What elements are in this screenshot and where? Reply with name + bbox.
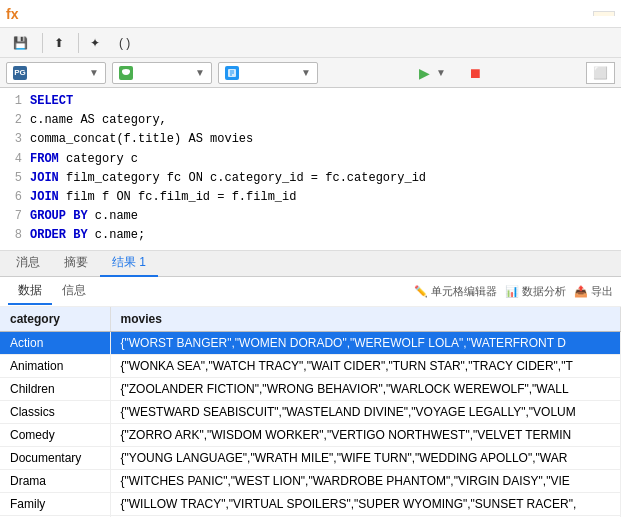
sql-text: FROM category c xyxy=(30,150,138,169)
db-type-select[interactable]: PG ▼ xyxy=(6,62,106,84)
category-cell: Classics xyxy=(0,400,110,423)
query-tab[interactable] xyxy=(593,11,615,16)
edit-action-button[interactable]: ✏️单元格编辑器 xyxy=(414,284,497,299)
result-toolbar: 数据信息✏️单元格编辑器📊数据分析📤导出 xyxy=(0,277,621,307)
save-button[interactable]: 💾 xyxy=(6,33,38,53)
toolbar-separator xyxy=(42,33,43,53)
query-tool-button[interactable]: ⬆ xyxy=(47,33,74,53)
schema-select[interactable]: ▼ xyxy=(218,62,318,84)
line-number: 8 xyxy=(0,226,30,245)
run-button[interactable]: ▶ ▼ xyxy=(411,62,454,84)
sql-line: 3 comma_concat(f.title) AS movies xyxy=(0,130,621,149)
column-header-category[interactable]: category xyxy=(0,307,110,332)
category-cell: Family xyxy=(0,492,110,515)
sql-editor[interactable]: 1SELECT2 c.name AS category,3 comma_conc… xyxy=(0,88,621,251)
schema-icon xyxy=(225,66,239,80)
category-cell: Comedy xyxy=(0,423,110,446)
chart-label: 数据分析 xyxy=(522,284,566,299)
query-tool-icon: ⬆ xyxy=(54,36,64,50)
line-number: 5 xyxy=(0,169,30,188)
sql-line: 5JOIN film_category fc ON c.category_id … xyxy=(0,169,621,188)
table-row[interactable]: Family{"WILLOW TRACY","VIRTUAL SPOILERS"… xyxy=(0,492,621,515)
table-row[interactable]: Classics{"WESTWARD SEABISCUIT","WASTELAN… xyxy=(0,400,621,423)
sql-line: 6JOIN film f ON fc.film_id = f.film_id xyxy=(0,188,621,207)
result-tabs: 数据信息 xyxy=(8,278,96,305)
chevron-down-icon-2: ▼ xyxy=(195,67,205,78)
movies-cell: {"WILLOW TRACY","VIRTUAL SPOILERS","SUPE… xyxy=(110,492,621,515)
export-label: 导出 xyxy=(591,284,613,299)
line-number: 2 xyxy=(0,111,30,130)
movies-cell: {"WONKA SEA","WATCH TRACY","WAIT CIDER",… xyxy=(110,354,621,377)
sql-line: 4FROM category c xyxy=(0,150,621,169)
line-number: 4 xyxy=(0,150,30,169)
table-row[interactable]: Animation{"WONKA SEA","WATCH TRACY","WAI… xyxy=(0,354,621,377)
sql-line: 2 c.name AS category, xyxy=(0,111,621,130)
result-actions: ✏️单元格编辑器📊数据分析📤导出 xyxy=(414,284,613,299)
movies-cell: {"WORST BANGER","WOMEN DORADO","WEREWOLF… xyxy=(110,331,621,354)
table-row[interactable]: Documentary{"YOUNG LANGUAGE","WRATH MILE… xyxy=(0,446,621,469)
sql-text: SELECT xyxy=(30,92,73,111)
chevron-down-icon: ▼ xyxy=(89,67,99,78)
database-select[interactable]: ▼ xyxy=(112,62,212,84)
save-icon: 💾 xyxy=(13,36,28,50)
chevron-down-icon-3: ▼ xyxy=(301,67,311,78)
bottom-tab[interactable]: 结果 1 xyxy=(100,250,158,277)
movies-cell: {"WITCHES PANIC","WEST LION","WARDROBE P… xyxy=(110,469,621,492)
table-row[interactable]: Children{"ZOOLANDER FICTION","WRONG BEHA… xyxy=(0,377,621,400)
sql-text: GROUP BY c.name xyxy=(30,207,138,226)
sql-text: JOIN film_category fc ON c.category_id =… xyxy=(30,169,426,188)
toolbar: 💾 ⬆ ✦ ( ) xyxy=(0,28,621,58)
sql-text: JOIN film f ON fc.film_id = f.film_id xyxy=(30,188,296,207)
movies-cell: {"ZOOLANDER FICTION","WRONG BEHAVIOR","W… xyxy=(110,377,621,400)
result-table: categorymovies Action{"WORST BANGER","WO… xyxy=(0,307,621,518)
movies-cell: {"YOUNG LANGUAGE","WRATH MILE","WIFE TUR… xyxy=(110,446,621,469)
function-icon: fx xyxy=(6,6,18,22)
export-action-button[interactable]: 📤导出 xyxy=(574,284,613,299)
connection-bar: PG ▼ ▼ ▼ ▶ ▼ ⏹ ⬜ xyxy=(0,58,621,88)
edit-label: 单元格编辑器 xyxy=(431,284,497,299)
beautify-button[interactable]: ✦ xyxy=(83,33,110,53)
column-header-movies[interactable]: movies xyxy=(110,307,621,332)
postgresql-icon: PG xyxy=(13,66,27,80)
chart-action-button[interactable]: 📊数据分析 xyxy=(505,284,566,299)
table-row[interactable]: Action{"WORST BANGER","WOMEN DORADO","WE… xyxy=(0,331,621,354)
line-number: 3 xyxy=(0,130,30,149)
data-table-container: categorymovies Action{"WORST BANGER","WO… xyxy=(0,307,621,518)
table-row[interactable]: Drama{"WITCHES PANIC","WEST LION","WARDR… xyxy=(0,469,621,492)
database-icon xyxy=(119,66,133,80)
chart-icon: 📊 xyxy=(505,285,519,298)
sql-line: 7GROUP BY c.name xyxy=(0,207,621,226)
line-number: 7 xyxy=(0,207,30,226)
export-icon: 📤 xyxy=(574,285,588,298)
code-icon: ( ) xyxy=(119,36,130,50)
title-bar: fx xyxy=(0,0,621,28)
result-tab[interactable]: 数据 xyxy=(8,278,52,305)
toolbar-separator-2 xyxy=(78,33,79,53)
result-tab[interactable]: 信息 xyxy=(52,278,96,305)
sql-text: comma_concat(f.title) AS movies xyxy=(30,130,253,149)
category-cell: Drama xyxy=(0,469,110,492)
line-number: 1 xyxy=(0,92,30,111)
edit-icon: ✏️ xyxy=(414,285,428,298)
movies-cell: {"WESTWARD SEABISCUIT","WASTELAND DIVINE… xyxy=(110,400,621,423)
category-cell: Documentary xyxy=(0,446,110,469)
code-button[interactable]: ( ) xyxy=(112,33,140,53)
bottom-tab[interactable]: 摘要 xyxy=(52,250,100,277)
stop-button[interactable]: ⏹ xyxy=(460,62,493,84)
category-cell: Animation xyxy=(0,354,110,377)
bottom-tab[interactable]: 消息 xyxy=(4,250,52,277)
bottom-tabs: 消息摘要结果 1 xyxy=(0,251,621,277)
stop-icon: ⏹ xyxy=(468,65,482,81)
sql-line: 8ORDER BY c.name; xyxy=(0,226,621,245)
maximize-icon[interactable]: ⬜ xyxy=(586,62,615,84)
category-cell: Action xyxy=(0,331,110,354)
beautify-icon: ✦ xyxy=(90,36,100,50)
sql-text: c.name AS category, xyxy=(30,111,167,130)
sql-text: ORDER BY c.name; xyxy=(30,226,145,245)
sql-line: 1SELECT xyxy=(0,92,621,111)
table-row[interactable]: Comedy{"ZORRO ARK","WISDOM WORKER","VERT… xyxy=(0,423,621,446)
run-dropdown-arrow[interactable]: ▼ xyxy=(436,67,446,78)
line-number: 6 xyxy=(0,188,30,207)
category-cell: Children xyxy=(0,377,110,400)
run-icon: ▶ xyxy=(419,65,430,81)
